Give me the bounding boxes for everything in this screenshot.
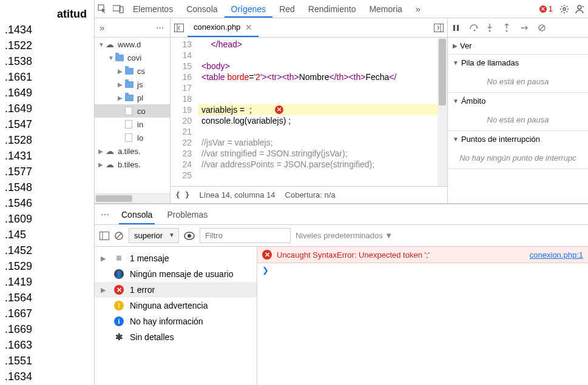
error-source-link[interactable]: conexion.php:1 bbox=[530, 250, 583, 259]
code-line-19[interactable]: variablejs = ;✕ bbox=[198, 104, 447, 115]
console-error-row[interactable]: ✕ Uncaught SyntaxError: Unexpected token… bbox=[257, 247, 588, 263]
editor-v-scrollbar[interactable] bbox=[438, 38, 447, 186]
toggle-sidebar-icon[interactable] bbox=[100, 232, 109, 240]
msg-icon: ≡ bbox=[114, 253, 124, 263]
file-tree-pane: » ⋯ ▼☁www.d▼covi▶cs▶js▶plcoinlo▶☁a.tiles… bbox=[95, 18, 171, 203]
disclosure-icon: ▶ bbox=[453, 42, 458, 49]
tree-overflow[interactable]: » bbox=[100, 22, 104, 33]
tree-node-covi[interactable]: ▼covi bbox=[95, 51, 170, 64]
debug-section-header[interactable]: ▼Pila de llamadas bbox=[448, 55, 588, 71]
code-line-13[interactable]: </head> bbox=[198, 39, 447, 50]
debug-section-title: Puntos de interrupción bbox=[461, 135, 540, 144]
summary-row-det[interactable]: ✱Sin detalles bbox=[95, 329, 257, 345]
tree-node-lo[interactable]: lo bbox=[95, 131, 170, 144]
summary-row-info[interactable]: iNo hay información bbox=[95, 313, 257, 329]
pause-icon[interactable] bbox=[453, 24, 465, 32]
debugger-pane: ▶Ver▼Pila de llamadasNo está en pausa▼Ám… bbox=[447, 18, 588, 203]
step-over-icon[interactable] bbox=[470, 24, 482, 32]
code-line-14[interactable] bbox=[198, 50, 447, 61]
disclosure-icon: ▼ bbox=[453, 59, 459, 66]
tab-red[interactable]: Red bbox=[272, 1, 302, 18]
tab-elementos[interactable]: Elementos bbox=[126, 1, 180, 18]
disclosure-icon: ▶ bbox=[101, 286, 108, 294]
code-line-23[interactable]: //var stringified = JSON.stringify(jsVar… bbox=[198, 148, 447, 159]
code-line-25[interactable] bbox=[198, 170, 447, 181]
tree-node-pl[interactable]: ▶pl bbox=[95, 91, 170, 104]
filter-input[interactable] bbox=[200, 228, 291, 243]
latitude-value: .1634 bbox=[2, 369, 92, 384]
toggle-debugger-icon[interactable] bbox=[434, 24, 444, 32]
debug-section-header[interactable]: ▶Ver bbox=[448, 38, 588, 54]
code-line-16[interactable]: <table borde='2'><tr><th>Nombre</th><th>… bbox=[198, 72, 447, 82]
live-expression-icon[interactable] bbox=[184, 232, 195, 240]
close-icon[interactable]: ✕ bbox=[245, 22, 252, 32]
code-line-17[interactable] bbox=[198, 82, 447, 93]
deactivate-breakpoints-icon[interactable] bbox=[538, 24, 550, 32]
console-summary-sidebar: ▶≡1 mensaje👤Ningún mensaje de usuario▶✕1… bbox=[95, 247, 257, 385]
code-line-15[interactable]: <body> bbox=[198, 61, 447, 72]
tree-node-co[interactable]: co bbox=[95, 104, 170, 118]
console-filter-bar: superior Niveles predeterminados ▼ bbox=[95, 225, 588, 247]
settings-gear-icon[interactable] bbox=[556, 4, 572, 14]
console-tab-consola[interactable]: Consola bbox=[119, 205, 155, 224]
tab-memoria[interactable]: Memoria bbox=[362, 1, 408, 18]
debug-section-header[interactable]: ▼Puntos de interrupción bbox=[448, 131, 588, 147]
err-icon: ✕ bbox=[114, 285, 124, 295]
disclosure-icon: ▶ bbox=[118, 81, 125, 88]
step-icon[interactable] bbox=[521, 24, 533, 32]
tab-consola[interactable]: Consola bbox=[180, 1, 224, 18]
debug-section-body: No está en pausa bbox=[448, 71, 588, 92]
tab-orígenes[interactable]: Orígenes bbox=[225, 1, 273, 18]
console-more-icon[interactable]: ⋯ bbox=[101, 210, 109, 219]
disclosure-icon: ▶ bbox=[118, 68, 125, 75]
clear-console-icon[interactable] bbox=[114, 231, 124, 241]
file-icon bbox=[125, 107, 135, 115]
latitude-value: .1669 bbox=[2, 321, 92, 337]
toggle-navigator-icon[interactable] bbox=[174, 24, 184, 32]
editor-pane: conexion.php ✕ 1314151617181920212223242… bbox=[171, 18, 447, 203]
tree-more-icon[interactable]: ⋯ bbox=[156, 23, 165, 32]
code-line-24[interactable]: //var addressPoints = JSON.parse(stringi… bbox=[198, 159, 447, 170]
summary-row-msg[interactable]: ▶≡1 mensaje bbox=[95, 250, 257, 266]
latitude-value: .1663 bbox=[2, 337, 92, 353]
tree-node-b.tiles.[interactable]: ▶☁b.tiles. bbox=[95, 158, 170, 171]
step-out-icon[interactable] bbox=[504, 24, 516, 32]
debug-section-header[interactable]: ▼Ámbito bbox=[448, 93, 588, 109]
code-line-22[interactable]: //jsVar = variablejs; bbox=[198, 137, 447, 148]
tree-node-a.tiles.[interactable]: ▶☁a.tiles. bbox=[95, 144, 170, 158]
console-prompt[interactable]: ❯ bbox=[257, 263, 588, 277]
summary-text: Sin detalles bbox=[130, 332, 174, 342]
code-lines[interactable]: </head> <body><table borde='2'><tr><th>N… bbox=[198, 38, 447, 186]
tree-node-in[interactable]: in bbox=[95, 118, 170, 131]
code-editor[interactable]: 13141516171819202122232425 </head> <body… bbox=[171, 38, 447, 186]
latitude-value: .1564 bbox=[2, 290, 92, 306]
log-levels-selector[interactable]: Niveles predeterminados ▼ bbox=[296, 231, 393, 240]
tree-node-cs[interactable]: ▶cs bbox=[95, 64, 170, 78]
tree-node-www.d[interactable]: ▼☁www.d bbox=[95, 38, 170, 51]
console-tab-problemas[interactable]: Problemas bbox=[164, 205, 210, 224]
latitude-value: .1667 bbox=[2, 306, 92, 321]
device-toggle-icon[interactable] bbox=[110, 5, 126, 13]
tab-rendimiento[interactable]: Rendimiento bbox=[302, 1, 363, 18]
tree-h-scrollbar[interactable] bbox=[95, 193, 170, 203]
code-line-21[interactable] bbox=[198, 126, 447, 137]
tabs-overflow[interactable]: » bbox=[409, 1, 427, 18]
folder-icon bbox=[125, 81, 135, 88]
pretty-print-icon[interactable]: { } bbox=[175, 190, 189, 199]
step-into-icon[interactable] bbox=[487, 24, 499, 32]
code-line-18[interactable] bbox=[198, 93, 447, 104]
debug-section-title: Ver bbox=[460, 41, 472, 50]
context-selector[interactable]: superior bbox=[129, 228, 179, 243]
tree-node-js[interactable]: ▶js bbox=[95, 78, 170, 91]
profile-icon[interactable] bbox=[572, 4, 588, 15]
warn-icon: ! bbox=[114, 301, 124, 310]
summary-row-user[interactable]: 👤Ningún mensaje de usuario bbox=[95, 266, 257, 282]
code-line-20[interactable]: console.log(variablejs) ; bbox=[198, 115, 447, 126]
inspect-icon[interactable] bbox=[95, 4, 110, 14]
summary-row-warn[interactable]: !Ninguna advertencia bbox=[95, 298, 257, 313]
editor-tab-conexion[interactable]: conexion.php ✕ bbox=[188, 19, 259, 37]
latitude-value: .1551 bbox=[2, 353, 92, 369]
summary-row-err[interactable]: ▶✕1 error bbox=[95, 282, 257, 298]
latitude-value: .1661 bbox=[2, 69, 92, 85]
error-indicator[interactable]: ✕ 1 bbox=[536, 4, 556, 13]
